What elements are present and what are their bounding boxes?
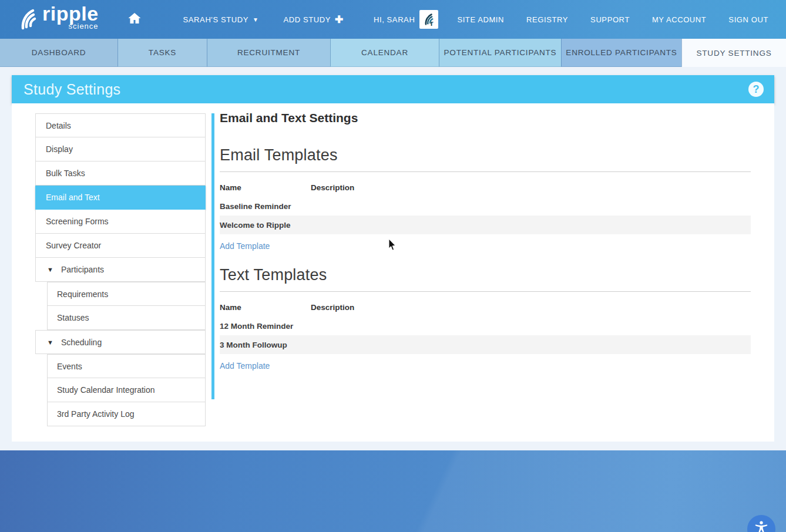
sidebar-item-label: 3rd Party Activity Log [57,409,135,419]
study-settings-banner: Study Settings ? [12,75,774,103]
primary-tab-bar: DASHBOARD TASKS RECRUITMENT CALENDAR POT… [0,39,786,67]
content-accent-bar [211,113,214,399]
plus-icon: ✚ [335,14,344,26]
sidebar-item-label: Survey Creator [46,241,101,250]
question-mark-icon: ? [753,83,760,96]
add-study-label: ADD STUDY [284,15,331,24]
column-header-name: Name [220,303,311,312]
add-text-template-link[interactable]: Add Template [220,361,270,371]
chevron-down-icon: ▼ [47,266,53,273]
accessibility-icon [753,520,770,532]
nav-site-admin[interactable]: SITE ADMIN [457,15,504,24]
template-name: 3 Month Followup [220,341,311,349]
sidebar-item-label: Screening Forms [46,217,109,226]
sidebar-item-label: Statuses [57,313,89,322]
sidebar-item-label: Events [57,362,82,371]
home-icon [127,11,142,28]
add-email-template-link[interactable]: Add Template [220,241,270,251]
divider [220,171,751,172]
tab-calendar[interactable]: CALENDAR [330,39,439,67]
sidebar-item-label: Participants [61,265,104,274]
table-row[interactable]: Baseline Reminder [220,197,751,216]
app-header: ripple science SARAH'S STUDY ▼ ADD STUDY… [0,0,786,39]
nav-registry[interactable]: REGISTRY [526,15,568,24]
footer-sheen [0,450,786,532]
settings-sidebar: Details Display Bulk Tasks Email and Tex… [35,113,206,426]
table-row[interactable]: 12 Month Reminder [220,316,751,335]
sidebar-item-events[interactable]: Events [47,354,206,378]
chevron-down-icon: ▼ [253,16,259,23]
table-row[interactable]: Welcome to Ripple [220,216,751,234]
header-right-nav: HI, SARAH r SITE ADMIN REGISTRY SUPPORT … [374,0,768,39]
svg-text:r: r [431,19,434,27]
sidebar-item-email-and-text[interactable]: Email and Text [35,186,206,210]
sidebar-item-statuses[interactable]: Statuses [47,306,206,330]
sidebar-item-participants[interactable]: ▼ Participants [35,258,206,282]
sidebar-item-label: Scheduling [61,338,102,347]
template-name: 12 Month Reminder [220,322,311,331]
settings-card: Details Display Bulk Tasks Email and Tex… [12,103,774,442]
nav-sign-out[interactable]: SIGN OUT [728,15,768,24]
greeting-text: HI, SARAH [374,15,415,24]
table-row[interactable]: 3 Month Followup [220,335,751,354]
column-header-description: Description [311,303,354,312]
text-templates-heading: Text Templates [220,266,751,284]
tab-tasks[interactable]: TASKS [117,39,207,67]
tab-potential-participants[interactable]: POTENTIAL PARTICIPANTS [439,39,561,67]
study-dropdown-label: SARAH'S STUDY [183,15,248,24]
user-menu[interactable]: HI, SARAH r [374,10,438,29]
divider [220,291,751,292]
user-avatar[interactable]: r [419,10,438,29]
template-name: Baseline Reminder [220,202,311,211]
sidebar-item-bulk-tasks[interactable]: Bulk Tasks [35,161,206,186]
sidebar-item-details[interactable]: Details [35,113,206,137]
sidebar-item-label: Bulk Tasks [46,169,85,178]
sidebar-item-study-calendar-integration[interactable]: Study Calendar Integration [47,378,206,402]
column-header-description: Description [311,183,354,192]
nav-my-account[interactable]: MY ACCOUNT [652,15,706,24]
ripple-waves-icon [15,6,41,35]
sidebar-item-scheduling[interactable]: ▼ Scheduling [35,330,206,354]
tab-study-settings[interactable]: STUDY SETTINGS [681,39,786,67]
sidebar-item-display[interactable]: Display [35,137,206,161]
sidebar-item-label: Study Calendar Integration [57,385,155,395]
tab-enrolled-participants[interactable]: ENROLLED PARTICIPANTS [561,39,681,67]
tab-dashboard[interactable]: DASHBOARD [0,39,117,67]
template-name: Welcome to Ripple [220,221,311,230]
sidebar-item-screening-forms[interactable]: Screening Forms [35,210,206,234]
sidebar-item-label: Display [46,144,73,154]
nav-support[interactable]: SUPPORT [590,15,630,24]
help-button[interactable]: ? [748,82,764,97]
ripple-logo[interactable]: ripple science [15,4,99,35]
home-button[interactable] [127,11,142,28]
study-dropdown[interactable]: SARAH'S STUDY ▼ [183,15,259,24]
chevron-down-icon: ▼ [47,339,53,346]
column-header-name: Name [220,183,311,192]
email-templates-heading: Email Templates [220,146,751,164]
table-header-row: Name Description [220,298,751,316]
sidebar-item-label: Requirements [57,289,108,299]
logo-text: ripple science [42,4,99,30]
page-title: Study Settings [23,81,120,98]
email-text-settings-panel: Email and Text Settings Email Templates … [220,111,751,386]
sidebar-item-survey-creator[interactable]: Survey Creator [35,234,206,258]
page-footer [0,450,786,532]
sidebar-item-label: Email and Text [46,193,100,202]
tab-recruitment[interactable]: RECRUITMENT [207,39,330,67]
sidebar-item-3rd-party-activity-log[interactable]: 3rd Party Activity Log [47,402,206,426]
sidebar-item-requirements[interactable]: Requirements [47,282,206,306]
sidebar-item-label: Details [46,121,71,130]
add-study-button[interactable]: ADD STUDY ✚ [284,14,344,26]
section-title: Email and Text Settings [220,111,751,125]
table-header-row: Name Description [220,178,751,197]
